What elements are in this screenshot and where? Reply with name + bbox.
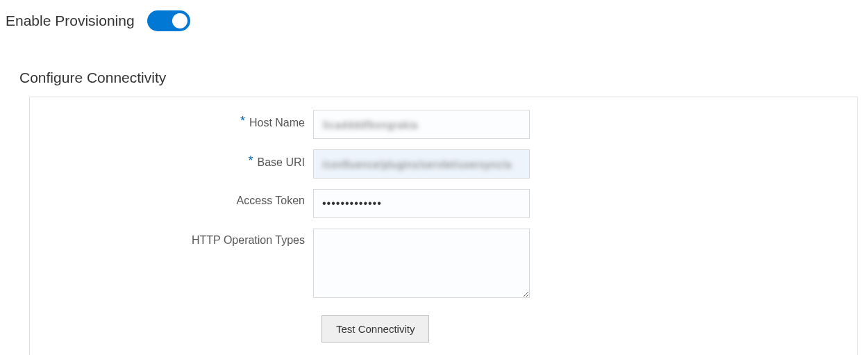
connectivity-config-box: * Host Name Scaddddfbongrakia * Base URI… — [29, 97, 858, 355]
access-token-input[interactable]: ••••••••••••• — [313, 189, 530, 218]
host-name-input[interactable]: Scaddddfbongrakia — [313, 110, 530, 139]
http-operation-types-row: HTTP Operation Types — [44, 229, 843, 298]
host-name-label: Host Name — [249, 117, 305, 129]
required-star-icon: * — [249, 154, 253, 168]
test-connectivity-button[interactable]: Test Connectivity — [322, 315, 429, 342]
http-operation-types-label: HTTP Operation Types — [192, 234, 305, 247]
access-token-label: Access Token — [237, 195, 305, 207]
base-uri-input[interactable]: /confluence/plugins/servlet/usersync/a — [313, 149, 530, 179]
enable-provisioning-toggle[interactable] — [147, 10, 190, 31]
required-star-icon: * — [240, 114, 245, 129]
enable-provisioning-label: Enable Provisioning — [6, 13, 135, 29]
base-uri-label: Base URI — [258, 156, 305, 169]
http-operation-types-textarea[interactable] — [313, 229, 530, 298]
access-token-value: ••••••••••••• — [322, 197, 382, 210]
access-token-row: Access Token ••••••••••••• — [44, 189, 843, 218]
base-uri-row: * Base URI /confluence/plugins/servlet/u… — [44, 149, 843, 179]
host-name-value: Scaddddfbongrakia — [322, 119, 418, 131]
host-name-row: * Host Name Scaddddfbongrakia — [44, 110, 843, 139]
section-title: Configure Connectivity — [19, 69, 868, 86]
base-uri-value: /confluence/plugins/servlet/usersync/a — [322, 158, 511, 170]
toggle-knob-icon — [172, 13, 187, 28]
